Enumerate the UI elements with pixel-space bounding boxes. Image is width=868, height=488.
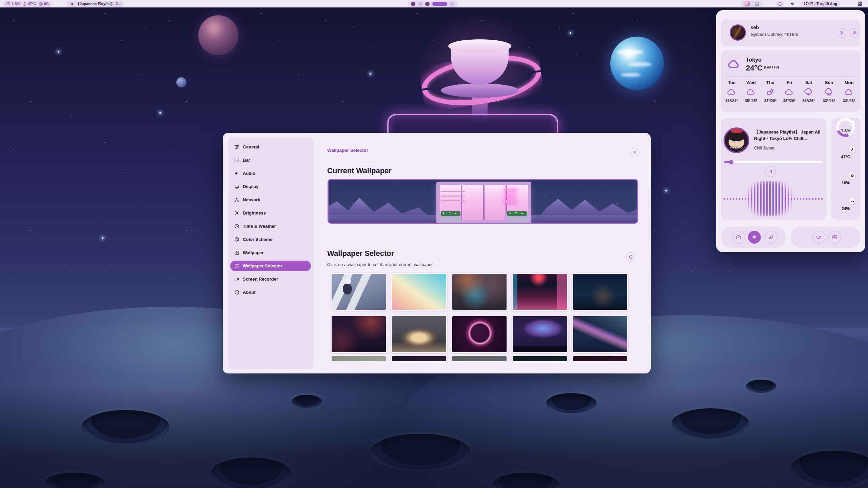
wallpaper-thumb-blurred-teal-orange[interactable] <box>451 273 508 311</box>
workspace-dot-active[interactable] <box>432 2 447 6</box>
top-bar: 1.8% 47°C 8G 【Japanese Playlist】 J... <box>0 0 868 7</box>
leaf-icon <box>768 235 774 240</box>
media-player-card: TOKYO LO 【Japanese Playlist】 Japan All N… <box>721 118 826 220</box>
disk-icon <box>849 198 855 205</box>
media-title: 【Japanese Playlist】 Japan All Night - To… <box>754 129 823 142</box>
media-pill[interactable]: 【Japanese Playlist】 J... <box>66 1 124 7</box>
pause-icon <box>769 169 773 174</box>
workspace-dot[interactable] <box>450 2 454 6</box>
forecast-day: Wed 35°/25° <box>742 80 761 103</box>
quick-toggle-group-left <box>721 226 786 248</box>
refresh-button[interactable] <box>626 252 635 262</box>
sidebar-item-general[interactable]: General <box>230 142 311 152</box>
sidebar-item-color-scheme[interactable]: Color Scheme <box>230 234 311 245</box>
forecast-day: Sun 33°/26° <box>820 80 839 103</box>
apps-grid-icon[interactable] <box>857 1 863 6</box>
wallpaper-thumb-green-field[interactable] <box>331 355 387 361</box>
sidebar-item-wallpaper[interactable]: Wallpaper <box>230 247 311 258</box>
powersave-mode-button[interactable] <box>765 231 777 244</box>
wallpaper-icon <box>832 235 837 240</box>
system-uptime: System Uptime: 4h19m <box>751 32 798 37</box>
system-stats-pill[interactable]: 1.8% 47°C 8G <box>3 1 52 7</box>
wallpaper-thumb-grey-landscape[interactable] <box>451 355 508 361</box>
screen-record-button[interactable] <box>812 231 825 244</box>
window-title: Wallpaper Selector <box>327 148 368 153</box>
neon-sign-text: Fresh Moon Beans <box>494 187 527 205</box>
media-artist: Chill Japan. <box>754 146 775 150</box>
current-wallpaper-heading: Current Wallpaper <box>327 166 392 175</box>
cup-saucer <box>441 83 519 98</box>
refresh-icon <box>629 255 633 259</box>
wallpaper-thumb-tokyo-cafe[interactable] <box>391 315 447 353</box>
progress-bar[interactable] <box>724 161 823 163</box>
forecast-day: Thu 33°/26° <box>761 80 780 103</box>
settings-sidebar: General Bar Audio Display Network Bright… <box>228 138 313 369</box>
sidebar-item-about[interactable]: About <box>230 287 311 298</box>
wallpaper-grid-row-2 <box>331 315 628 353</box>
sidebar-item-network[interactable]: Network <box>230 195 311 205</box>
sidebar-item-time-weather[interactable]: Time & Weather <box>230 221 311 231</box>
selector-heading: Wallpaper Selector <box>327 249 394 258</box>
wallpaper-thumb-pink-trees[interactable] <box>391 355 447 361</box>
performance-mode-button[interactable] <box>732 231 745 244</box>
tray-app-icon[interactable] <box>745 1 750 6</box>
weather-card: Tokyo 24°C(GMT+9) Tue 33°/24° Wed 35°/25… <box>721 50 861 112</box>
clock-pill[interactable]: 17:17 - Tue, 19 Aug <box>800 1 841 7</box>
wallpaper-thumb-dark-forest[interactable] <box>572 273 628 311</box>
chip-icon <box>39 2 43 6</box>
wallpaper-thumb-neon-arcade[interactable] <box>512 273 568 311</box>
play-pause-button[interactable] <box>765 166 776 177</box>
workspace-dot[interactable] <box>425 2 430 6</box>
bright-star <box>159 112 161 114</box>
network-icon <box>234 197 239 202</box>
header-divider <box>319 162 643 162</box>
settings-button[interactable] <box>837 28 846 38</box>
gear-icon <box>839 30 844 35</box>
album-art-label: TOKYO LO <box>725 146 748 149</box>
audio-icon <box>234 171 239 176</box>
volume-icon[interactable] <box>790 1 795 6</box>
close-button[interactable]: ✕ <box>630 148 639 157</box>
wallpaper-icon <box>234 250 239 255</box>
progress-knob[interactable] <box>729 160 733 164</box>
wallpaper-thumb-anime-crosswalk[interactable] <box>331 273 387 311</box>
wallpaper-thumb-nebula[interactable] <box>512 315 568 353</box>
balanced-mode-button[interactable] <box>748 231 761 244</box>
user-card: seb System Uptime: 4h19m <box>721 20 861 46</box>
gauge-icon <box>6 2 11 6</box>
power-button[interactable] <box>850 28 859 38</box>
quick-toggle-group-right <box>791 226 861 248</box>
storm-cloud-icon <box>825 88 833 97</box>
sun-cloud-icon <box>766 88 775 97</box>
side-panel: seb System Uptime: 4h19m Tokyo 24°C(GMT+… <box>716 10 865 252</box>
settings-window: General Bar Audio Display Network Bright… <box>223 133 651 373</box>
sidebar-item-bar[interactable]: Bar <box>230 155 311 165</box>
wallpaper-thumb-dark-maroon[interactable] <box>572 355 628 361</box>
thermometer-icon <box>849 146 855 153</box>
sidebar-item-display[interactable]: Display <box>230 181 311 192</box>
wallpaper-thumb-wireframe-wave[interactable] <box>572 315 628 353</box>
workspace-dot[interactable] <box>411 2 415 6</box>
wallpaper-thumb-dark-teal[interactable] <box>512 355 568 361</box>
wallpaper-thumb-crimson-forest[interactable] <box>331 315 387 353</box>
earth-clouds <box>610 37 664 90</box>
forecast-day: Fri 35°/26° <box>780 80 799 103</box>
sidebar-item-brightness[interactable]: Brightness <box>230 208 311 218</box>
wallpaper-button[interactable] <box>828 231 841 244</box>
wallpaper-thumb-pastel-gradient[interactable] <box>391 273 447 311</box>
tray-image-icon[interactable] <box>754 1 760 6</box>
notification-bell[interactable] <box>776 1 784 7</box>
sidebar-item-screen-recorder[interactable]: Screen Recorder <box>230 274 311 284</box>
desktop: 1.8% 47°C 8G 【Japanese Playlist】 J... <box>0 0 868 488</box>
weather-timezone: (GMT+9) <box>764 65 779 69</box>
cafe-shelf <box>441 191 465 192</box>
sidebar-item-audio[interactable]: Audio <box>230 168 311 179</box>
sidebar-item-wallpaper-selector[interactable]: Wallpaper Selector <box>230 261 311 271</box>
weather-temp: 24°C(GMT+9) <box>746 64 779 73</box>
bar-icon <box>234 158 239 163</box>
chip-icon <box>849 172 855 179</box>
wallpaper-grid-row-3-clipped <box>331 355 628 361</box>
palette-icon <box>234 237 239 242</box>
wallpaper-thumb-eclipse-ring[interactable] <box>451 315 508 353</box>
workspace-dot[interactable] <box>418 2 422 6</box>
